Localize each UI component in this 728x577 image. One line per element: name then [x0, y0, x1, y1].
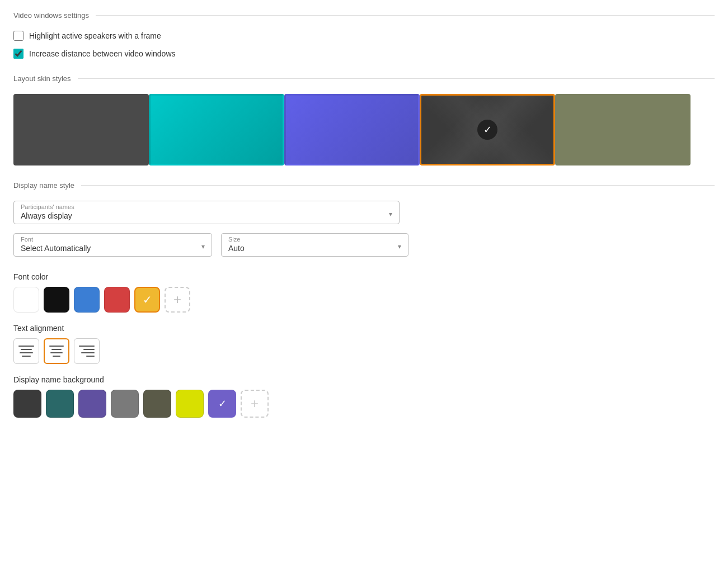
bg-swatch-purple-selected[interactable]: ✓ [208, 390, 236, 418]
bg-swatch-gray-medium[interactable] [111, 390, 139, 418]
skin-swatch-dark[interactable] [13, 94, 149, 165]
display-name-style-header: Display name style [13, 181, 715, 190]
font-color-add-icon: + [173, 292, 181, 308]
bg-swatch-check: ✓ [218, 398, 227, 410]
participants-names-group: Participants' names Always display Hide … [13, 201, 400, 224]
display-name-style-section: Display name style Participants' names A… [13, 181, 715, 257]
font-color-red[interactable] [104, 287, 130, 313]
align-right-line2 [83, 349, 95, 350]
font-col: Font Select Automatically Arial Helvetic… [13, 233, 212, 257]
font-select[interactable]: Select Automatically Arial Helvetica Ver… [21, 244, 205, 253]
align-right-line3 [81, 352, 95, 353]
text-alignment-section: Text alignment [13, 324, 715, 364]
text-alignment-title: Text alignment [13, 324, 715, 333]
alignment-buttons [13, 338, 715, 364]
align-center-btn[interactable] [44, 338, 69, 364]
align-center-line2 [51, 349, 62, 350]
increase-distance-label[interactable]: Increase distance between video windows [29, 49, 176, 58]
font-color-swatches: ✓ + [13, 287, 715, 313]
font-color-blue[interactable] [74, 287, 100, 313]
skin-swatches-container: ✓ [13, 94, 715, 165]
size-label: Size [228, 236, 401, 243]
align-center-line4 [53, 356, 60, 357]
participants-names-label: Participants' names [21, 204, 392, 210]
highlight-speakers-row: Highlight active speakers with a frame [13, 31, 715, 41]
skin-swatch-charcoal[interactable]: ✓ [420, 94, 555, 165]
skin-swatch-olive[interactable] [555, 94, 691, 165]
bg-swatch-olive-dark[interactable] [143, 390, 171, 418]
size-select[interactable]: Auto Small Medium Large [228, 244, 401, 253]
skin-swatch-teal[interactable] [149, 94, 284, 165]
align-right-btn[interactable] [74, 338, 100, 364]
font-wrapper: Font Select Automatically Arial Helvetic… [13, 233, 212, 257]
display-name-style-title: Display name style [13, 181, 74, 190]
layout-skin-title: Layout skin styles [13, 74, 71, 83]
display-name-background-section: Display name background ✓ + [13, 375, 715, 418]
increase-distance-checkbox[interactable] [13, 49, 24, 59]
size-col: Size Auto Small Medium Large ▾ [221, 233, 408, 257]
size-wrapper: Size Auto Small Medium Large ▾ [221, 233, 408, 257]
skin-selected-check: ✓ [477, 120, 497, 140]
highlight-speakers-checkbox[interactable] [13, 31, 24, 41]
bg-swatch-purple-dark[interactable] [78, 390, 106, 418]
font-color-black[interactable] [44, 287, 69, 313]
font-color-title: Font color [13, 272, 715, 281]
align-center-line1 [49, 346, 64, 347]
participants-names-wrapper: Participants' names Always display Hide … [13, 201, 400, 224]
font-size-row: Font Select Automatically Arial Helvetic… [13, 233, 715, 257]
align-left-btn[interactable] [13, 338, 39, 364]
align-center-line3 [50, 352, 63, 353]
video-windows-section: Video windows settings Highlight active … [13, 11, 715, 59]
align-left-line2 [21, 349, 32, 350]
font-color-add[interactable]: + [165, 287, 190, 313]
font-color-orange[interactable]: ✓ [134, 287, 160, 313]
font-color-orange-check: ✓ [143, 293, 152, 306]
font-color-section: Font color ✓ + [13, 272, 715, 313]
layout-skin-section: Layout skin styles ✓ [13, 74, 715, 165]
align-left-line1 [18, 346, 34, 347]
align-right-line1 [79, 346, 95, 347]
bg-swatch-add[interactable]: + [241, 390, 269, 418]
highlight-speakers-label[interactable]: Highlight active speakers with a frame [29, 31, 161, 40]
layout-skin-header: Layout skin styles [13, 74, 715, 83]
bg-swatch-yellow-green[interactable] [176, 390, 204, 418]
font-color-white[interactable] [13, 287, 39, 313]
bg-swatch-teal-dark[interactable] [46, 390, 74, 418]
bg-swatch-add-icon: + [251, 396, 259, 412]
bg-swatch-dark-gray[interactable] [13, 390, 41, 418]
align-left-line4 [22, 356, 30, 357]
skin-swatch-purple[interactable] [284, 94, 420, 165]
align-left-line3 [20, 352, 33, 353]
increase-distance-row: Increase distance between video windows [13, 49, 715, 59]
bg-swatches-container: ✓ + [13, 390, 715, 418]
font-label: Font [21, 236, 205, 243]
display-name-background-title: Display name background [13, 375, 715, 384]
align-right-line4 [86, 356, 95, 357]
participants-names-select[interactable]: Always display Hide Show on hover [21, 211, 392, 220]
video-windows-title: Video windows settings [13, 11, 89, 20]
video-windows-header: Video windows settings [13, 11, 715, 20]
